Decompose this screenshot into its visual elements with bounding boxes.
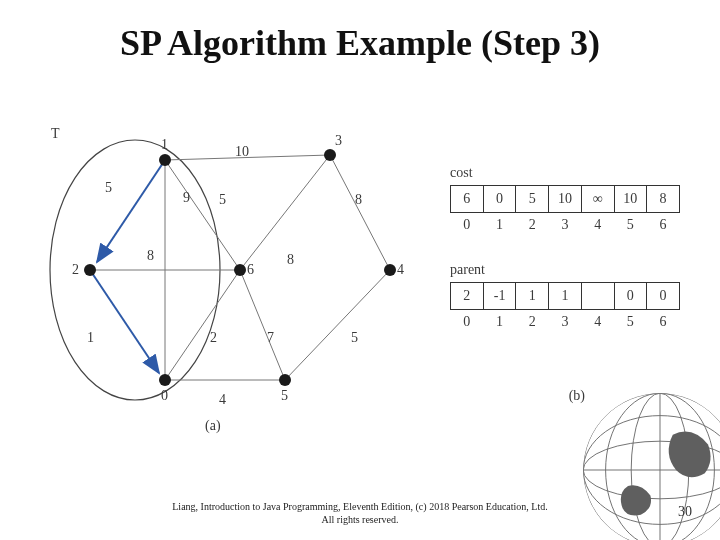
parent-val: 1 bbox=[549, 283, 582, 310]
parent-idx: 1 bbox=[483, 310, 516, 336]
node-2-label: 2 bbox=[72, 262, 79, 278]
svg-line-6 bbox=[285, 270, 390, 380]
svg-point-13 bbox=[84, 264, 96, 276]
edge-60-weight: 2 bbox=[210, 330, 217, 346]
cost-label: cost bbox=[450, 165, 680, 181]
graph-svg bbox=[35, 130, 415, 430]
node-4-label: 4 bbox=[397, 262, 404, 278]
tree-set-label: T bbox=[51, 126, 60, 142]
footer-credits: Liang, Introduction to Java Programming,… bbox=[0, 500, 720, 526]
cost-val: 0 bbox=[483, 186, 516, 213]
cost-idx: 6 bbox=[647, 213, 680, 239]
cost-val: 8 bbox=[647, 186, 680, 213]
edge-26-weight: 5 bbox=[219, 192, 226, 208]
svg-point-14 bbox=[159, 374, 171, 386]
parent-array: 2 -1 1 1 0 0 0 1 2 3 4 5 6 bbox=[450, 282, 680, 335]
node-3-label: 3 bbox=[335, 133, 342, 149]
parent-label: parent bbox=[450, 262, 680, 278]
cost-val: 5 bbox=[516, 186, 549, 213]
footer-line-2: All rights reserved. bbox=[322, 514, 399, 525]
parent-idx: 0 bbox=[451, 310, 484, 336]
page-number: 30 bbox=[678, 504, 692, 520]
page-title: SP Algorithm Example (Step 3) bbox=[0, 22, 720, 64]
svg-line-10 bbox=[97, 160, 165, 262]
node-0-label: 0 bbox=[161, 388, 168, 404]
node-1-label: 1 bbox=[161, 137, 168, 153]
svg-line-11 bbox=[90, 270, 159, 373]
cost-val: ∞ bbox=[581, 186, 614, 213]
cost-idx: 0 bbox=[451, 213, 484, 239]
edge-12-weight: 5 bbox=[105, 180, 112, 196]
cost-idx: 5 bbox=[614, 213, 647, 239]
graph-figure: T 1 2 0 3 4 5 6 5 8 10 9 1 5 8 8 5 4 7 2 bbox=[35, 130, 415, 430]
parent-val: -1 bbox=[483, 283, 516, 310]
svg-point-12 bbox=[159, 154, 171, 166]
parent-val: 1 bbox=[516, 283, 549, 310]
svg-point-17 bbox=[279, 374, 291, 386]
node-5-label: 5 bbox=[281, 388, 288, 404]
parent-val: 2 bbox=[451, 283, 484, 310]
parent-val bbox=[581, 283, 614, 310]
edge-56-weight: 7 bbox=[267, 330, 274, 346]
svg-point-16 bbox=[384, 264, 396, 276]
edge-34-weight: 8 bbox=[355, 192, 362, 208]
parent-idx: 6 bbox=[647, 310, 680, 336]
parent-idx: 4 bbox=[581, 310, 614, 336]
edge-16-weight: 9 bbox=[183, 190, 190, 206]
cost-idx: 4 bbox=[581, 213, 614, 239]
edge-20-weight: 1 bbox=[87, 330, 94, 346]
cost-val: 10 bbox=[614, 186, 647, 213]
svg-line-2 bbox=[165, 160, 240, 270]
edge-45-weight: 5 bbox=[351, 330, 358, 346]
parent-val: 0 bbox=[614, 283, 647, 310]
arrays-panel: cost 6 0 5 10 ∞ 10 8 0 1 2 3 4 5 6 paren… bbox=[450, 165, 680, 335]
nodes bbox=[84, 149, 396, 386]
cost-idx: 2 bbox=[516, 213, 549, 239]
edge-13-weight: 10 bbox=[235, 144, 249, 160]
parent-idx: 5 bbox=[614, 310, 647, 336]
parent-idx: 3 bbox=[549, 310, 582, 336]
svg-line-8 bbox=[240, 270, 285, 380]
cost-val: 10 bbox=[549, 186, 582, 213]
svg-line-9 bbox=[165, 270, 240, 380]
svg-line-5 bbox=[240, 155, 330, 270]
cost-array: 6 0 5 10 ∞ 10 8 0 1 2 3 4 5 6 bbox=[450, 185, 680, 238]
svg-point-15 bbox=[324, 149, 336, 161]
subfigure-a-label: (a) bbox=[205, 418, 221, 434]
svg-point-18 bbox=[234, 264, 246, 276]
svg-line-4 bbox=[330, 155, 390, 270]
edges-tree bbox=[90, 160, 165, 373]
footer-line-1: Liang, Introduction to Java Programming,… bbox=[172, 501, 547, 512]
edge-10-weight: 8 bbox=[147, 248, 154, 264]
cost-idx: 3 bbox=[549, 213, 582, 239]
edge-36-weight: 8 bbox=[287, 252, 294, 268]
cost-val: 6 bbox=[451, 186, 484, 213]
cost-idx: 1 bbox=[483, 213, 516, 239]
node-6-label: 6 bbox=[247, 262, 254, 278]
parent-val: 0 bbox=[647, 283, 680, 310]
edge-50-weight: 4 bbox=[219, 392, 226, 408]
parent-idx: 2 bbox=[516, 310, 549, 336]
